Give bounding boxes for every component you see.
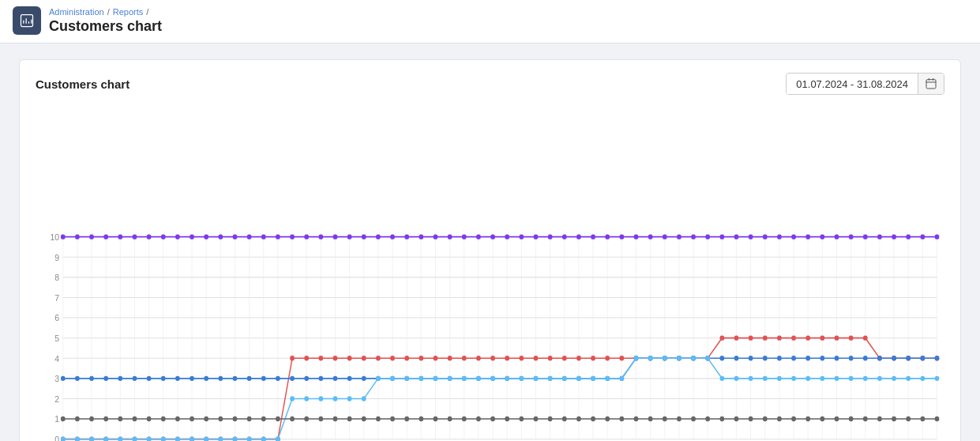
svg-point-395 (935, 416, 940, 421)
svg-point-360 (434, 416, 438, 421)
svg-point-169 (362, 356, 366, 360)
svg-point-135 (763, 234, 768, 239)
svg-point-117 (505, 234, 509, 239)
svg-point-320 (749, 376, 753, 381)
svg-point-139 (820, 234, 825, 239)
breadcrumb-reports[interactable]: Reports (113, 7, 144, 17)
svg-point-380 (719, 416, 724, 421)
svg-point-363 (476, 416, 481, 421)
svg-point-304 (519, 376, 524, 381)
svg-point-358 (404, 416, 409, 421)
svg-text:6: 6 (54, 313, 59, 323)
header-bar: Administration / Reports / Customers cha… (0, 0, 980, 43)
svg-point-266 (863, 356, 868, 360)
svg-point-185 (591, 356, 595, 360)
date-range-text: 01.07.2024 - 31.08.2024 (787, 74, 918, 94)
svg-point-97 (218, 234, 223, 239)
svg-point-204 (863, 335, 868, 340)
svg-point-313 (648, 356, 653, 360)
header-icon (13, 6, 41, 35)
svg-point-325 (820, 376, 825, 381)
svg-point-392 (892, 416, 896, 421)
svg-text:1: 1 (54, 414, 59, 424)
svg-point-224 (261, 376, 266, 381)
svg-point-100 (261, 234, 266, 239)
svg-point-187 (619, 356, 624, 360)
svg-point-286 (261, 436, 266, 441)
svg-point-94 (175, 234, 180, 239)
svg-point-144 (892, 234, 896, 239)
svg-point-89 (103, 234, 108, 239)
svg-point-184 (576, 356, 581, 360)
svg-point-171 (390, 356, 395, 360)
calendar-icon[interactable] (918, 74, 944, 94)
svg-point-200 (805, 335, 810, 340)
svg-point-391 (877, 416, 882, 421)
svg-point-370 (576, 416, 581, 421)
svg-point-365 (505, 416, 509, 421)
svg-point-146 (921, 234, 926, 239)
svg-point-299 (448, 376, 452, 381)
svg-point-296 (404, 376, 409, 381)
breadcrumb-admin[interactable]: Administration (49, 7, 104, 17)
svg-point-341 (161, 416, 166, 421)
svg-point-300 (462, 376, 467, 381)
svg-point-330 (892, 376, 896, 381)
svg-point-228 (318, 376, 323, 381)
svg-point-113 (448, 234, 452, 239)
svg-point-340 (147, 416, 152, 421)
svg-text:5: 5 (54, 333, 59, 343)
svg-point-339 (133, 416, 137, 421)
svg-point-202 (835, 335, 839, 340)
svg-point-175 (448, 356, 452, 360)
svg-point-173 (419, 356, 423, 360)
svg-point-278 (147, 436, 152, 441)
svg-point-307 (562, 376, 567, 381)
svg-point-348 (261, 416, 266, 421)
svg-point-280 (175, 436, 180, 441)
svg-point-174 (434, 356, 438, 360)
svg-point-366 (519, 416, 524, 421)
svg-point-223 (247, 376, 252, 381)
svg-point-203 (849, 335, 854, 340)
svg-point-287 (276, 436, 280, 441)
svg-point-166 (318, 356, 323, 360)
svg-point-170 (376, 356, 381, 360)
chart-container: 01234567891001.07.202402.07.202403.07.20… (36, 107, 944, 441)
svg-point-284 (233, 436, 238, 441)
svg-point-216 (147, 376, 152, 381)
svg-point-99 (247, 234, 252, 239)
svg-point-120 (548, 234, 553, 239)
svg-point-385 (791, 416, 796, 421)
svg-point-109 (390, 234, 395, 239)
svg-point-377 (677, 416, 681, 421)
svg-point-274 (89, 436, 94, 441)
svg-point-92 (147, 234, 152, 239)
svg-point-333 (935, 376, 940, 381)
svg-point-96 (204, 234, 208, 239)
svg-point-215 (133, 376, 137, 381)
svg-point-292 (347, 396, 352, 401)
svg-point-371 (591, 416, 595, 421)
svg-text:3: 3 (54, 374, 59, 384)
svg-point-104 (318, 234, 323, 239)
svg-point-196 (749, 335, 753, 340)
svg-point-258 (749, 356, 753, 360)
svg-text:8: 8 (54, 273, 59, 283)
svg-point-221 (218, 376, 223, 381)
svg-point-226 (290, 376, 295, 381)
svg-point-332 (921, 376, 926, 381)
date-range-picker[interactable]: 01.07.2024 - 31.08.2024 (786, 73, 944, 95)
svg-point-101 (276, 234, 280, 239)
svg-point-318 (719, 376, 724, 381)
svg-point-177 (476, 356, 481, 360)
svg-point-327 (849, 376, 854, 381)
svg-point-285 (247, 436, 252, 441)
svg-point-319 (734, 376, 739, 381)
svg-point-137 (791, 234, 796, 239)
svg-point-394 (921, 416, 926, 421)
svg-point-316 (691, 356, 696, 360)
svg-point-111 (419, 234, 423, 239)
svg-point-218 (175, 376, 180, 381)
svg-point-127 (648, 234, 653, 239)
